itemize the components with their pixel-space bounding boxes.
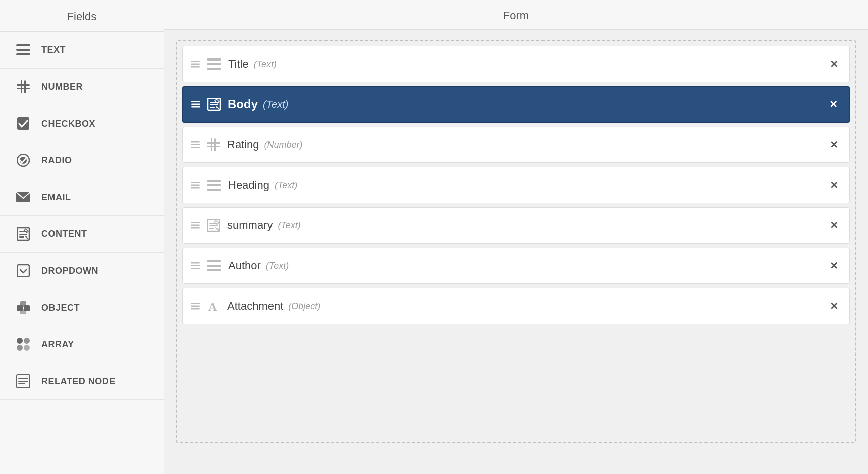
sidebar-item-array[interactable]: ARRAY xyxy=(0,326,164,363)
sidebar-item-content[interactable]: CONTENT xyxy=(0,216,164,253)
form-area: Title(Text)✕ Body(Text)✕ Rating(Number)✕… xyxy=(164,30,868,474)
svg-rect-68 xyxy=(207,265,221,267)
svg-point-23 xyxy=(17,345,23,351)
sidebar-item-email[interactable]: EMAIL xyxy=(0,179,164,216)
sidebar-item-label-dropdown: DROPDOWN xyxy=(41,266,98,276)
sidebar-item-checkbox[interactable]: CHECKBOX xyxy=(0,105,164,142)
sidebar-item-radio[interactable]: RADIO xyxy=(0,142,164,179)
form-drop-zone[interactable]: Title(Text)✕ Body(Text)✕ Rating(Number)✕… xyxy=(176,40,856,443)
svg-rect-52 xyxy=(191,187,200,189)
sidebar-item-object[interactable]: OBJECT xyxy=(0,289,164,326)
svg-point-22 xyxy=(24,338,30,344)
sidebar-item-label-checkbox: CHECKBOX xyxy=(41,118,95,129)
object-icon xyxy=(14,299,32,317)
remove-field-button[interactable]: ✕ xyxy=(826,96,841,112)
field-name-label: Author xyxy=(228,259,261,272)
hash-icon xyxy=(14,78,32,96)
field-type-label: (Text) xyxy=(254,59,277,70)
svg-rect-3 xyxy=(21,80,22,93)
lines-icon xyxy=(207,180,221,191)
sidebar-header: Fields xyxy=(0,0,164,32)
svg-rect-2 xyxy=(16,53,30,55)
sidebar-item-label-object: OBJECT xyxy=(41,303,80,313)
sidebar-item-label-number: NUMBER xyxy=(41,82,83,92)
field-type-label: (Text) xyxy=(275,180,297,191)
svg-rect-35 xyxy=(191,101,200,102)
remove-field-button[interactable]: ✕ xyxy=(827,217,841,233)
field-name-label: Body xyxy=(228,97,258,111)
svg-rect-16 xyxy=(17,265,29,277)
svg-rect-65 xyxy=(191,265,200,267)
remove-field-button[interactable]: ✕ xyxy=(827,177,841,193)
drag-handle-icon xyxy=(191,221,200,230)
svg-rect-70 xyxy=(191,303,200,304)
svg-rect-0 xyxy=(16,44,30,46)
sidebar-item-text[interactable]: TEXT xyxy=(0,32,164,69)
main-header: Form xyxy=(164,0,868,30)
svg-rect-44 xyxy=(191,144,200,146)
heading-row[interactable]: Heading(Text)✕ xyxy=(182,167,850,203)
summary-row[interactable]: summary(Text)✕ xyxy=(182,207,850,244)
svg-rect-58 xyxy=(191,227,200,229)
svg-rect-36 xyxy=(191,104,200,105)
svg-rect-54 xyxy=(207,184,221,186)
author-row[interactable]: Author(Text)✕ xyxy=(182,248,850,284)
array-icon xyxy=(14,335,32,353)
rating-row[interactable]: Rating(Number)✕ xyxy=(182,127,850,163)
sidebar-item-related-node[interactable]: RELATED NODE xyxy=(0,363,164,400)
svg-rect-45 xyxy=(191,147,200,148)
svg-rect-32 xyxy=(207,58,221,61)
sidebar-item-label-related-node: RELATED NODE xyxy=(41,376,116,387)
svg-rect-19 xyxy=(20,301,26,307)
drag-handle-icon xyxy=(191,261,200,270)
svg-rect-71 xyxy=(191,306,200,307)
svg-rect-72 xyxy=(191,308,200,310)
drag-handle-icon xyxy=(191,60,200,69)
lines-icon xyxy=(14,41,32,59)
svg-rect-47 xyxy=(214,138,216,151)
svg-rect-69 xyxy=(207,269,221,271)
svg-point-63 xyxy=(217,229,218,230)
svg-rect-56 xyxy=(191,222,200,223)
svg-rect-50 xyxy=(191,182,200,183)
field-name-label: Title xyxy=(228,57,249,71)
svg-rect-29 xyxy=(191,61,200,62)
svg-rect-66 xyxy=(191,268,200,269)
drag-handle-icon xyxy=(191,302,200,311)
remove-field-button[interactable]: ✕ xyxy=(827,298,841,314)
svg-rect-31 xyxy=(191,66,200,68)
svg-rect-4 xyxy=(24,80,26,93)
svg-rect-55 xyxy=(207,189,221,191)
svg-rect-37 xyxy=(191,106,200,108)
remove-field-button[interactable]: ✕ xyxy=(827,258,841,274)
attachment-row[interactable]: A Attachment(Object)✕ xyxy=(182,288,850,324)
svg-rect-51 xyxy=(191,185,200,186)
svg-point-24 xyxy=(24,345,30,351)
sidebar-item-label-array: ARRAY xyxy=(41,339,74,350)
remove-field-button[interactable]: ✕ xyxy=(827,56,841,72)
sidebar: Fields TEXT NUMBER CHECKBOX RADIO EMAIL … xyxy=(0,0,164,474)
sidebar-item-dropdown[interactable]: DROPDOWN xyxy=(0,253,164,289)
svg-rect-43 xyxy=(191,141,200,143)
svg-rect-5 xyxy=(17,84,30,86)
drag-handle-icon xyxy=(191,181,200,190)
radio-icon xyxy=(14,151,32,169)
svg-rect-30 xyxy=(191,64,200,65)
svg-rect-49 xyxy=(207,146,220,147)
svg-rect-20 xyxy=(20,309,26,314)
svg-point-15 xyxy=(27,238,28,239)
font-icon: A xyxy=(207,300,220,313)
svg-rect-1 xyxy=(16,49,30,51)
hash-icon xyxy=(207,138,220,151)
field-type-label: (Number) xyxy=(264,140,303,150)
drag-handle-icon xyxy=(191,140,200,149)
title-row[interactable]: Title(Text)✕ xyxy=(182,46,850,82)
email-icon xyxy=(14,188,32,206)
main-panel: Form Title(Text)✕ Body(Text)✕ Rating(Num… xyxy=(164,0,868,474)
field-type-label: (Object) xyxy=(288,301,320,312)
body-row[interactable]: Body(Text)✕ xyxy=(182,86,850,123)
sidebar-item-number[interactable]: NUMBER xyxy=(0,69,164,105)
remove-field-button[interactable]: ✕ xyxy=(827,137,841,153)
svg-text:A: A xyxy=(208,300,218,313)
svg-point-42 xyxy=(218,108,219,109)
